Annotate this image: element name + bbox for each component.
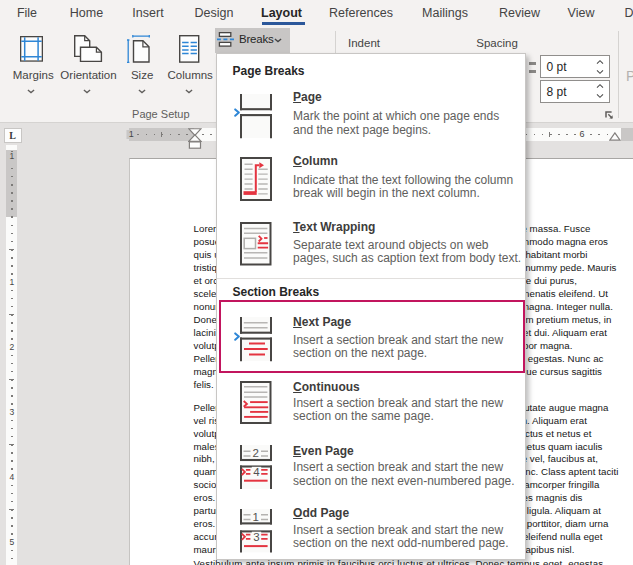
svg-text:2: 2 (253, 447, 259, 459)
svg-text:1: 1 (253, 511, 259, 523)
svg-text:3: 3 (253, 531, 259, 543)
svg-text:4: 4 (253, 466, 260, 478)
